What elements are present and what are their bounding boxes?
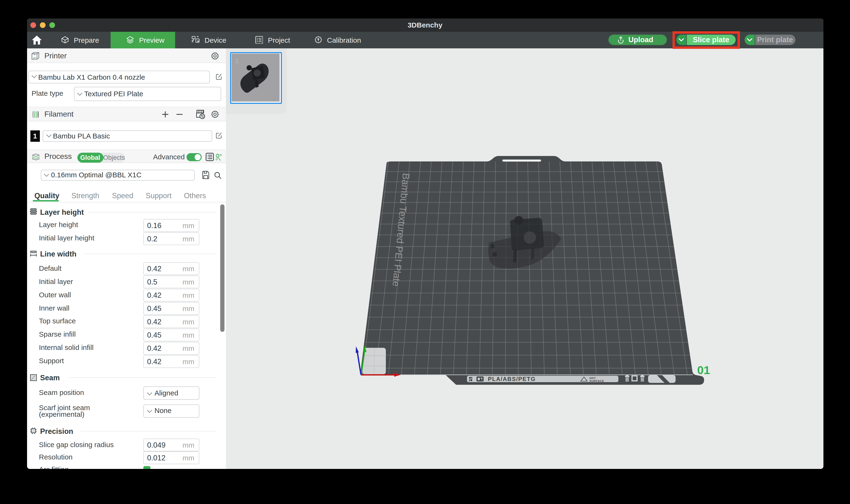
svg-text:HOT: HOT (589, 376, 596, 379)
svg-text:01: 01 (697, 363, 710, 376)
svg-text:SURFACE: SURFACE (589, 379, 604, 382)
svg-text:PLA/ABS/PETG: PLA/ABS/PETG (488, 376, 536, 382)
